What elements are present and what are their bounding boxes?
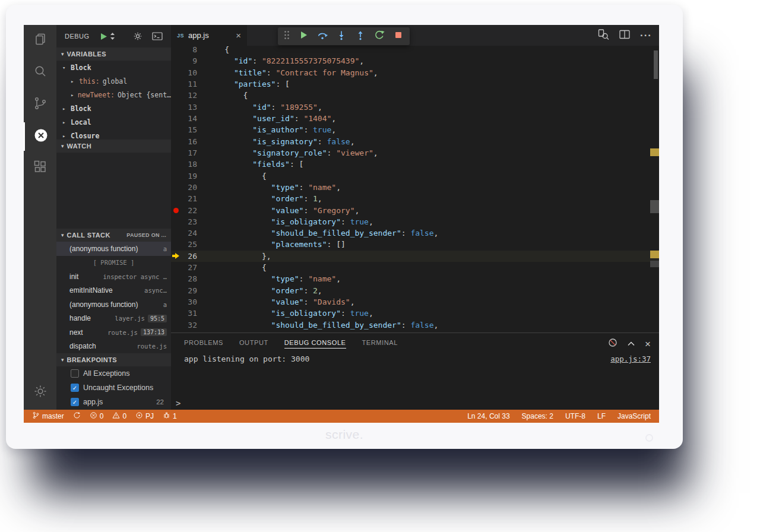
line-number[interactable]: 26 [180, 252, 197, 261]
encoding-setting[interactable]: UTF-8 [565, 412, 585, 420]
open-debug-console-icon[interactable] [152, 32, 163, 40]
close-icon[interactable]: × [236, 31, 241, 40]
line-number[interactable]: 21 [180, 194, 197, 203]
activity-item-debug[interactable] [24, 122, 56, 151]
line-number[interactable]: 22 [180, 206, 197, 215]
breakpoint-row[interactable]: ✓Uncaught Exceptions [56, 381, 171, 395]
code-text[interactable]: "is_obligatory": true, [197, 309, 373, 318]
breakpoint-checkbox[interactable] [71, 369, 79, 378]
twisty-icon[interactable]: ▸ [71, 78, 76, 84]
tab-terminal[interactable]: TERMINAL [362, 337, 398, 348]
line-number[interactable]: 30 [180, 297, 197, 306]
step-over-icon[interactable] [317, 30, 328, 43]
line-number[interactable]: 11 [180, 80, 197, 88]
tab-debug-console[interactable]: DEBUG CONSOLE [284, 337, 346, 349]
variable-row[interactable]: ▸newTweet:Object {sent… [56, 88, 171, 102]
breakpoint-row[interactable]: ✓app.js22 [56, 395, 171, 409]
line-number[interactable]: 23 [180, 217, 197, 226]
stop-icon[interactable] [393, 30, 404, 43]
line-number[interactable]: 18 [180, 160, 197, 169]
line-number[interactable]: 28 [180, 274, 197, 283]
callstack-frame[interactable]: (anonymous function)a [56, 297, 171, 312]
step-out-icon[interactable] [355, 30, 366, 43]
twisty-icon[interactable]: ▸ [62, 133, 68, 139]
variable-row[interactable]: ▸Closure [56, 129, 171, 140]
callstack-frame[interactable]: (anonymous function)a [56, 242, 171, 256]
code-text[interactable]: { [197, 172, 267, 180]
callstack-frame[interactable]: emitInitNativeasync… [56, 284, 171, 298]
code-text[interactable]: "id": "8222115557375075439", [197, 56, 364, 65]
line-number[interactable]: 19 [180, 172, 197, 180]
line-number[interactable]: 27 [180, 263, 197, 272]
callstack-frame[interactable]: nextroute.js137:13 [56, 325, 171, 340]
section-variables-header[interactable]: ▾ VARIABLES [56, 48, 171, 61]
code-text[interactable]: "parties": [ [197, 80, 290, 88]
continue-icon[interactable] [298, 30, 309, 43]
sync-button[interactable] [73, 411, 81, 421]
code-text[interactable]: }, [197, 252, 271, 261]
line-number[interactable]: 10 [180, 68, 197, 77]
close-panel-icon[interactable]: × [645, 339, 651, 349]
eol-setting[interactable]: LF [597, 412, 606, 420]
maximize-panel-icon[interactable] [627, 338, 635, 349]
line-number[interactable]: 9 [180, 56, 197, 65]
line-number[interactable]: 14 [180, 114, 197, 123]
twisty-icon[interactable]: ▸ [62, 119, 68, 125]
section-watch-header[interactable]: ▾ WATCH [56, 140, 171, 153]
variable-row[interactable]: ▾Block [56, 61, 171, 74]
error-status[interactable]: 0 [90, 411, 104, 421]
launch-config-dropdown[interactable] [110, 32, 115, 40]
twisty-icon[interactable]: ▾ [62, 65, 68, 71]
callstack-frame[interactable]: handlelayer.js95:5 [56, 312, 171, 326]
line-number[interactable]: 24 [180, 229, 197, 238]
line-number[interactable]: 16 [180, 137, 197, 146]
code-text[interactable]: "type": "name", [197, 183, 341, 192]
branch-status[interactable]: master [32, 411, 64, 421]
code-text[interactable]: "user_id": "1404", [197, 114, 336, 123]
code-text[interactable]: { [197, 263, 267, 272]
code-text[interactable]: "fields": [ [197, 160, 303, 169]
line-number[interactable]: 17 [180, 148, 197, 157]
line-number[interactable]: 12 [180, 91, 197, 100]
line-number[interactable]: 25 [180, 240, 197, 249]
code-text[interactable]: "should_be_filled_by_sender": false, [197, 321, 438, 330]
tab-output[interactable]: OUTPUT [239, 337, 268, 348]
tab-appjs[interactable]: JS app.js × [171, 25, 247, 46]
gutter-margin[interactable] [171, 208, 180, 213]
activity-item-explorer[interactable] [24, 26, 56, 55]
code-text[interactable]: "placements": [] [197, 240, 346, 249]
find-in-file-icon[interactable] [597, 28, 609, 43]
activity-item-source-control[interactable] [24, 90, 56, 119]
code-text[interactable]: "order": 1, [197, 194, 322, 203]
code-text[interactable]: "type": "name", [197, 274, 341, 283]
variable-row[interactable]: ▸this:global [56, 74, 171, 88]
code-text[interactable]: { [197, 45, 229, 54]
overview-ruler[interactable] [650, 46, 659, 332]
warning-status[interactable]: 0 [112, 411, 126, 421]
code-text[interactable]: "is_signatory": false, [197, 137, 354, 146]
gutter-margin[interactable] [171, 253, 180, 259]
debug-settings-gear-icon[interactable] [133, 31, 142, 41]
more-actions-icon[interactable]: ··· [640, 30, 652, 40]
breakpoint-row[interactable]: All Exceptions [56, 366, 171, 381]
variable-row[interactable]: ▸Block [56, 102, 171, 115]
step-into-icon[interactable] [336, 30, 347, 43]
indentation-setting[interactable]: Spaces: 2 [522, 412, 553, 420]
console-prompt[interactable]: > [176, 398, 180, 408]
debug-count-status[interactable]: 1 [163, 411, 177, 421]
code-text[interactable]: { [197, 91, 248, 100]
code-text[interactable]: "value": "Davids", [197, 297, 354, 306]
breakpoint-checkbox[interactable]: ✓ [71, 384, 79, 392]
code-text[interactable]: "signatory_role": "viewer", [197, 148, 378, 157]
line-number[interactable]: 32 [180, 321, 197, 330]
line-number[interactable]: 13 [180, 103, 197, 112]
twisty-icon[interactable]: ▸ [62, 106, 68, 112]
code-text[interactable]: "is_obligatory": true, [197, 217, 373, 226]
line-number[interactable]: 20 [180, 183, 197, 192]
clear-console-icon[interactable] [608, 338, 618, 350]
language-mode[interactable]: JavaScript [618, 412, 651, 420]
line-number[interactable]: 29 [180, 286, 197, 295]
breakpoint-dot[interactable] [173, 208, 179, 213]
activity-item-extensions[interactable] [24, 154, 56, 182]
line-number[interactable]: 15 [180, 125, 197, 134]
